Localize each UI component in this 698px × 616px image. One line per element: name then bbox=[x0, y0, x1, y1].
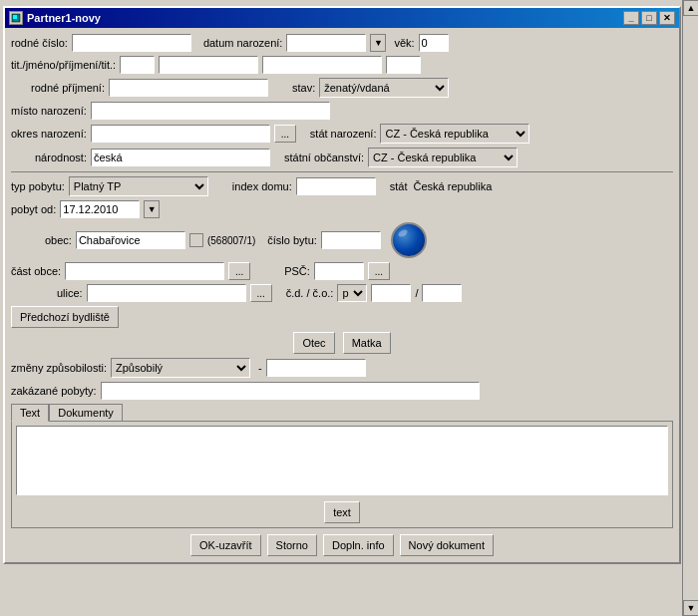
psc-browse-btn[interactable]: ... bbox=[368, 262, 390, 280]
obec-label: obec: bbox=[45, 234, 72, 246]
row-okres-narozeni: okres narození: ... stát narození: CZ - … bbox=[11, 124, 673, 144]
index-domu-label: index domu: bbox=[232, 180, 292, 192]
form-content: rodné číslo: datum narození: ▼ věk: tit.… bbox=[5, 28, 679, 562]
cd-co-label: č.d. / č.o.: bbox=[286, 287, 334, 299]
cislo-bytu-input[interactable] bbox=[321, 231, 381, 249]
cast-obce-input[interactable] bbox=[65, 262, 224, 280]
tab-text[interactable]: Text bbox=[11, 404, 49, 422]
obec-code: (568007/1) bbox=[207, 235, 255, 246]
row-ulice: ulice: ... č.d. / č.o.: p / bbox=[11, 284, 673, 302]
cast-obce-label: část obce: bbox=[11, 265, 61, 277]
statni-obcanstvi-select[interactable]: CZ - Česká republika bbox=[368, 148, 518, 167]
svg-rect-1 bbox=[13, 15, 17, 19]
close-btn[interactable]: ✕ bbox=[659, 11, 675, 25]
novy-dokument-btn[interactable]: Nový dokument bbox=[400, 534, 494, 556]
window-icon bbox=[9, 11, 23, 25]
jmeno-input[interactable] bbox=[159, 56, 258, 74]
tit2-input[interactable] bbox=[386, 56, 421, 74]
tab-content: text bbox=[11, 421, 673, 528]
row-pobyt-od: pobyt od: ▼ bbox=[11, 200, 673, 218]
tab-dokumenty[interactable]: Dokumenty bbox=[49, 404, 123, 422]
narodnost-label: národnost: bbox=[35, 152, 87, 163]
text-btn[interactable]: text bbox=[324, 501, 360, 523]
row-obec: obec: (568007/1) číslo bytu: bbox=[11, 222, 673, 258]
okres-narozeni-browse-btn[interactable]: ... bbox=[274, 125, 296, 143]
zakazane-pobyty-label: zakázané pobyty: bbox=[11, 385, 97, 397]
cd-input[interactable] bbox=[371, 284, 411, 302]
otec-btn[interactable]: Otec bbox=[293, 332, 334, 354]
restore-btn[interactable]: □ bbox=[641, 11, 657, 25]
minimize-btn[interactable]: _ bbox=[623, 11, 639, 25]
index-domu-input[interactable] bbox=[296, 177, 376, 195]
narodnost-input[interactable] bbox=[91, 149, 270, 166]
row-rodne-cislo: rodné číslo: datum narození: ▼ věk: bbox=[11, 34, 673, 52]
misto-narozeni-input[interactable] bbox=[91, 102, 330, 120]
tit1-input[interactable] bbox=[120, 56, 155, 74]
zmeny-dash: - bbox=[258, 362, 262, 374]
scrollbar-down-btn[interactable]: ▼ bbox=[683, 600, 698, 616]
row-zakazane-pobyty: zakázané pobyty: bbox=[11, 382, 673, 400]
zmeny-zpusobilosti-select[interactable]: Způsobilý bbox=[111, 358, 250, 378]
pobyt-od-label: pobyt od: bbox=[11, 203, 56, 215]
statni-obcanstvi-label: státní občanství: bbox=[284, 152, 364, 163]
stat-narozeni-select[interactable]: CZ - Česká republika bbox=[380, 124, 529, 144]
text-area[interactable] bbox=[16, 426, 668, 495]
co-input[interactable] bbox=[422, 284, 462, 302]
bottom-buttons: OK-uzavřít Storno Dopln. info Nový dokum… bbox=[11, 534, 673, 556]
stav-label: stav: bbox=[292, 82, 315, 94]
row-cast-obce: část obce: ... PSČ: ... bbox=[11, 262, 673, 280]
zakazane-pobyty-input[interactable] bbox=[101, 382, 480, 400]
row-otec-matka: Otec Matka bbox=[11, 332, 673, 354]
stat-narozeni-label: stát narození: bbox=[310, 128, 377, 140]
row-zmeny-zpusobilosti: změny způsobilosti: Způsobilý - bbox=[11, 358, 673, 378]
dopln-info-btn[interactable]: Dopln. info bbox=[323, 534, 394, 556]
ulice-browse-btn[interactable]: ... bbox=[250, 284, 272, 302]
slash-separator: / bbox=[415, 287, 418, 299]
rodne-cislo-input[interactable] bbox=[72, 34, 191, 52]
okres-narozeni-input[interactable] bbox=[91, 125, 270, 143]
stav-select[interactable]: ženatý/vdaná bbox=[319, 78, 449, 98]
pobyt-od-dropdown-btn[interactable]: ▼ bbox=[144, 200, 160, 218]
typ-pobytu-select[interactable]: Platný TP bbox=[69, 176, 208, 196]
tit-jmeno-label: tit./jméno/příjmení/tit.: bbox=[11, 59, 116, 71]
row-jmeno: tit./jméno/příjmení/tit.: bbox=[11, 56, 673, 74]
zmeny-detail-input[interactable] bbox=[266, 359, 366, 377]
title-bar-controls: _ □ ✕ bbox=[623, 11, 675, 25]
tab-strip: Text Dokumenty bbox=[11, 404, 673, 422]
storno-btn[interactable]: Storno bbox=[267, 534, 317, 556]
prijmeni-input[interactable] bbox=[262, 56, 382, 74]
predchozi-bydliste-btn[interactable]: Předchozí bydliště bbox=[11, 306, 119, 328]
ok-uzavrit-btn[interactable]: OK-uzavřít bbox=[190, 534, 261, 556]
cislo-bytu-label: číslo bytu: bbox=[267, 234, 317, 246]
row-predchozi-bydliste: Předchozí bydliště bbox=[11, 306, 673, 328]
datum-narozeni-label: datum narození: bbox=[203, 37, 283, 49]
cast-obce-browse-btn[interactable]: ... bbox=[228, 262, 250, 280]
pobyt-od-input[interactable] bbox=[60, 200, 140, 218]
scrollbar-up-btn[interactable]: ▲ bbox=[683, 0, 698, 16]
misto-narozeni-label: místo narození: bbox=[11, 105, 87, 117]
rodne-prijmeni-input[interactable] bbox=[109, 79, 268, 97]
rodne-prijmeni-label: rodné příjmení: bbox=[31, 82, 105, 94]
vek-label: věk: bbox=[394, 37, 414, 49]
okres-narozeni-label: okres narození: bbox=[11, 128, 87, 140]
matka-btn[interactable]: Matka bbox=[343, 332, 391, 354]
ulice-input[interactable] bbox=[87, 284, 246, 302]
window-title: Partner1-novy bbox=[27, 12, 101, 24]
psc-input[interactable] bbox=[314, 262, 364, 280]
stat-value-label: stát bbox=[390, 180, 408, 192]
datum-narozeni-input[interactable] bbox=[286, 34, 366, 52]
datum-narozeni-dropdown-btn[interactable]: ▼ bbox=[370, 34, 386, 52]
globe-btn[interactable] bbox=[391, 222, 427, 258]
row-narodnost: národnost: státní občanství: CZ - Česká … bbox=[11, 148, 673, 167]
separator1 bbox=[11, 171, 673, 172]
row-rodne-prijmeni: rodné příjmení: stav: ženatý/vdaná bbox=[11, 78, 673, 98]
stat-input bbox=[412, 177, 502, 195]
main-window: Partner1-novy _ □ ✕ rodné číslo: datum n… bbox=[3, 6, 681, 564]
vek-input[interactable] bbox=[419, 34, 449, 52]
obec-input[interactable] bbox=[76, 231, 185, 249]
ulice-label: ulice: bbox=[57, 287, 83, 299]
rodne-cislo-label: rodné číslo: bbox=[11, 37, 68, 49]
co-prefix-select[interactable]: p bbox=[337, 284, 367, 302]
obec-checkbox[interactable] bbox=[189, 233, 203, 247]
zmeny-zpusobilosti-label: změny způsobilosti: bbox=[11, 362, 107, 374]
